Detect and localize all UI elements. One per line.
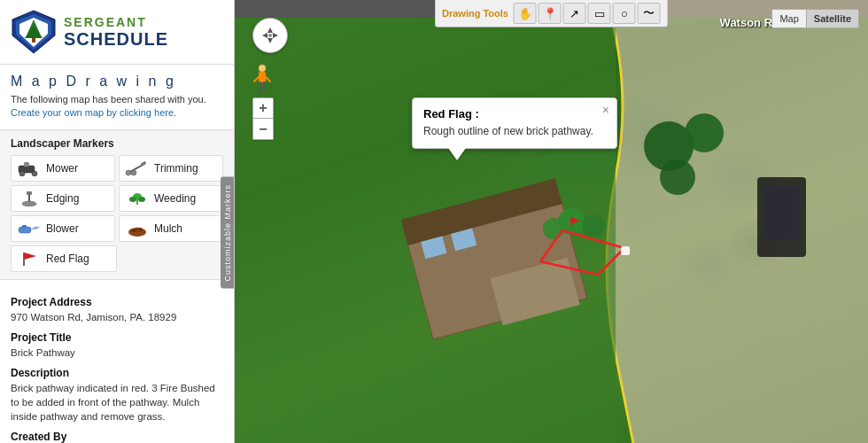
mower-icon <box>17 159 42 177</box>
mower-label: Mower <box>46 162 78 175</box>
project-title-label: Project Title <box>11 331 223 344</box>
svg-marker-48 <box>267 38 273 43</box>
marker-mower[interactable]: Mower <box>11 155 115 182</box>
marker-redflag[interactable]: Red Flag <box>11 245 117 272</box>
popup-body: Rough outline of new brick pathway. <box>423 124 593 139</box>
svg-line-54 <box>254 77 259 82</box>
marker-blower[interactable]: Blower <box>11 215 115 242</box>
popup-close-button[interactable]: × <box>602 104 609 116</box>
markers-title: Landscaper Markers <box>11 137 223 150</box>
svg-point-19 <box>129 197 136 202</box>
map-area[interactable]: Drawing Tools ✋ 📍 ↗ ▭ ○ 〜 <box>235 0 868 443</box>
blower-label: Blower <box>46 222 79 235</box>
toolbar-pin-tool[interactable]: 📍 <box>539 3 562 24</box>
svg-marker-28 <box>24 253 36 260</box>
markers-section: Landscaper Markers Mower <box>0 130 234 279</box>
marker-mulch[interactable]: Mulch <box>119 215 223 242</box>
description-value: Brick pathway indicated in red. 3 Fire B… <box>11 381 223 424</box>
mulch-icon <box>125 220 150 237</box>
toolbar-arrow-tool[interactable]: ↗ <box>563 3 586 24</box>
svg-rect-21 <box>19 227 31 233</box>
edging-label: Edging <box>46 192 79 205</box>
toolbar-circle-tool[interactable]: ○ <box>613 3 636 24</box>
zoom-in-button[interactable]: + <box>252 97 274 119</box>
pegman[interactable] <box>252 64 272 94</box>
road-label: Watson Rd <box>720 16 779 29</box>
trimming-label: Trimming <box>154 162 198 175</box>
toolbar-hand-tool[interactable]: ✋ <box>514 3 537 24</box>
project-address-label: Project Address <box>11 296 223 308</box>
toolbar-polyline-tool[interactable]: 〜 <box>638 3 661 24</box>
satellite-view-button[interactable]: Satellite <box>807 9 859 28</box>
svg-line-57 <box>264 82 265 92</box>
info-popup: Red Flag : Rough outline of new brick pa… <box>412 97 617 149</box>
svg-point-7 <box>19 171 25 176</box>
svg-point-38 <box>660 159 695 195</box>
project-address-value: 970 Watson Rd, Jamison, PA. 18929 <box>11 310 223 324</box>
blower-icon <box>17 220 42 237</box>
svg-line-55 <box>266 77 270 82</box>
logo-schedule-text: SCHEDULE <box>64 29 168 50</box>
svg-marker-47 <box>267 27 273 33</box>
edging-icon <box>17 190 42 207</box>
svg-rect-22 <box>22 225 27 228</box>
drawing-toolbar: Drawing Tools ✋ 📍 ↗ ▭ ○ 〜 <box>434 0 669 27</box>
marker-weeding[interactable]: Weeding <box>119 185 223 212</box>
house-svg <box>235 0 868 443</box>
created-by-label: Created By <box>11 431 223 443</box>
mulch-label: Mulch <box>154 222 182 235</box>
map-drawing-section: M a p D r a w i n g The following map ha… <box>0 65 234 130</box>
map-drawing-desc: The following map has been shared with y… <box>11 93 223 120</box>
svg-marker-50 <box>273 33 278 38</box>
zoom-controls: + − <box>252 97 274 140</box>
svg-point-15 <box>22 201 36 206</box>
svg-point-12 <box>131 170 136 175</box>
map-view-button[interactable]: Map <box>771 9 806 28</box>
svg-point-8 <box>32 171 37 176</box>
logo-shield-icon <box>11 9 57 55</box>
toolbar-label: Drawing Tools <box>442 8 508 19</box>
svg-point-11 <box>126 170 131 175</box>
markers-grid: Mower Trimming <box>11 155 223 272</box>
weeding-label: Weeding <box>154 192 196 205</box>
svg-point-40 <box>582 214 605 237</box>
svg-point-51 <box>268 34 272 37</box>
svg-point-26 <box>136 227 139 229</box>
popup-tail <box>448 148 466 160</box>
svg-rect-53 <box>259 72 266 82</box>
project-title-value: Brick Pathway <box>11 346 223 360</box>
redflag-icon <box>17 250 42 268</box>
pan-control[interactable] <box>252 18 288 53</box>
toolbar-rect-tool[interactable]: ▭ <box>588 3 611 24</box>
logo-text: SERGEANT SCHEDULE <box>64 15 168 50</box>
description-label: Description <box>11 367 223 379</box>
svg-rect-46 <box>621 246 630 255</box>
svg-marker-49 <box>262 33 267 38</box>
svg-point-37 <box>685 113 724 152</box>
trimming-icon <box>125 159 150 177</box>
svg-line-56 <box>260 82 260 92</box>
marker-edging[interactable]: Edging <box>11 185 115 212</box>
customizable-markers-tab[interactable]: Customizable Markers <box>221 177 235 289</box>
map-navigation <box>252 18 288 53</box>
svg-point-52 <box>259 65 266 72</box>
svg-rect-43 <box>764 186 799 239</box>
sidebar: Customizable Markers SERGEANT SCHEDULE M… <box>0 0 235 443</box>
map-type-buttons: Map Satellite <box>771 9 859 28</box>
redflag-label: Red Flag <box>46 253 89 265</box>
zoom-out-button[interactable]: − <box>252 119 274 140</box>
popup-title: Red Flag : <box>423 107 593 120</box>
svg-rect-9 <box>24 162 29 167</box>
svg-point-24 <box>131 229 136 232</box>
weeding-icon <box>125 190 150 207</box>
create-map-link[interactable]: Create your own map by clicking here. <box>11 107 176 118</box>
svg-point-20 <box>138 197 145 202</box>
svg-point-41 <box>543 218 564 239</box>
logo-sergeant-text: SERGEANT <box>64 15 168 29</box>
info-section: Project Address 970 Watson Rd, Jamison, … <box>0 279 234 443</box>
logo-area: SERGEANT SCHEDULE <box>0 0 234 65</box>
svg-rect-16 <box>27 191 32 195</box>
map-drawing-title: M a p D r a w i n g <box>11 74 223 89</box>
marker-trimming[interactable]: Trimming <box>119 155 223 182</box>
